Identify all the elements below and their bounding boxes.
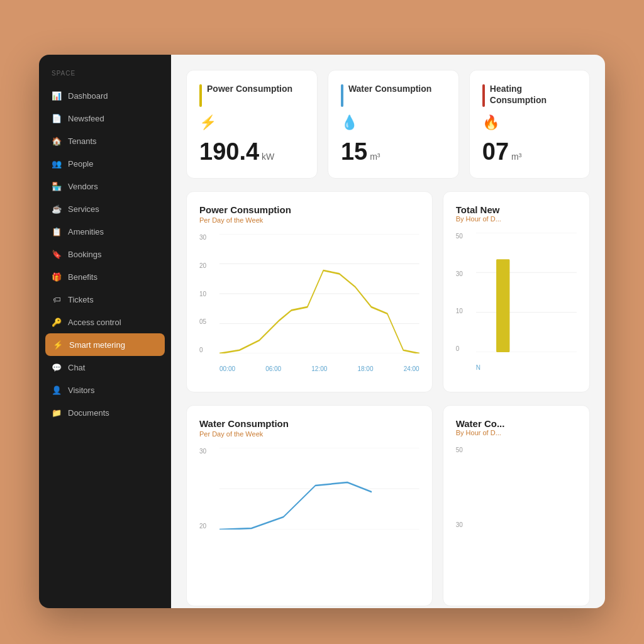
sidebar-item-label: Vendors bbox=[68, 182, 98, 191]
water-day-chart: Water Consumption Per Day of the Week 30… bbox=[186, 405, 433, 606]
sidebar-item-label: Bookings bbox=[68, 250, 101, 259]
power-chart-svg bbox=[219, 234, 419, 353]
total-new-x-labels: N bbox=[476, 364, 577, 371]
smart-metering-icon: ⚡ bbox=[53, 340, 63, 350]
sidebar-item-label: Services bbox=[68, 204, 99, 214]
visitors-icon: 👤 bbox=[52, 385, 62, 395]
water-icon: 💧 bbox=[341, 114, 446, 131]
bookings-icon: 🔖 bbox=[52, 249, 62, 259]
app-container: SPACE 📊 Dashboard 📄 Newsfeed 🏠 Tenants 👥… bbox=[39, 55, 605, 608]
heating-card-title: Heating Consumption bbox=[490, 83, 577, 106]
charts-row-1: Power Consumption Per Day of the Week 30… bbox=[186, 191, 590, 392]
power-consumption-card: Power Consumption ⚡ 190.4 kW bbox=[186, 70, 318, 179]
power-chart-subtitle: Per Day of the Week bbox=[199, 216, 419, 224]
sidebar-item-dashboard[interactable]: 📊 Dashboard bbox=[39, 84, 171, 107]
sidebar-item-label: Newsfeed bbox=[68, 114, 104, 123]
power-consumption-chart: Power Consumption Per Day of the Week 30… bbox=[186, 191, 433, 392]
sidebar-item-tenants[interactable]: 🏠 Tenants bbox=[39, 130, 171, 152]
power-accent-bar bbox=[199, 84, 202, 107]
total-new-svg bbox=[476, 233, 577, 352]
sidebar-item-label: Amenities bbox=[68, 227, 104, 236]
vendors-icon: 🏪 bbox=[52, 181, 62, 191]
dashboard-icon: 📊 bbox=[52, 91, 62, 101]
sidebar-item-services[interactable]: ☕ Services bbox=[39, 197, 171, 220]
benefits-icon: 🎁 bbox=[52, 272, 62, 282]
sidebar-item-access-control[interactable]: 🔑 Access control bbox=[39, 311, 171, 333]
amenities-icon: 📋 bbox=[52, 226, 62, 236]
metric-cards-row: Power Consumption ⚡ 190.4 kW Water Consu… bbox=[186, 70, 590, 179]
power-card-header: Power Consumption bbox=[199, 83, 304, 107]
sidebar-item-label: Chat bbox=[68, 363, 85, 372]
newsfeed-icon: 📄 bbox=[52, 113, 62, 123]
sidebar-item-label: Visitors bbox=[68, 386, 94, 395]
power-chart-y-labels: 30 20 10 05 0 bbox=[199, 234, 214, 353]
water-hour-chart-area: 50 30 bbox=[456, 447, 577, 547]
sidebar-item-label: Smart metering bbox=[69, 340, 125, 350]
services-icon: ☕ bbox=[52, 204, 62, 214]
documents-icon: 📁 bbox=[52, 408, 62, 418]
power-icon: ⚡ bbox=[199, 114, 304, 131]
sidebar-item-visitors[interactable]: 👤 Visitors bbox=[39, 379, 171, 401]
sidebar-section-label: SPACE bbox=[39, 70, 171, 84]
water-consumption-card: Water Consumption 💧 15 m³ bbox=[328, 70, 459, 179]
water-hour-y-labels: 50 30 bbox=[456, 447, 471, 528]
charts-row-2: Water Consumption Per Day of the Week 30… bbox=[186, 405, 590, 606]
heating-unit: m³ bbox=[511, 152, 521, 162]
main-content: Power Consumption ⚡ 190.4 kW Water Consu… bbox=[171, 55, 605, 608]
water-hour-chart: Water Co... By Hour of D... 50 30 bbox=[443, 405, 590, 606]
water-unit: m³ bbox=[370, 152, 380, 162]
tenants-icon: 🏠 bbox=[52, 136, 62, 146]
access-control-icon: 🔑 bbox=[52, 317, 62, 327]
water-day-chart-area: 30 20 bbox=[199, 448, 419, 548]
total-new-chart-title: Total New bbox=[456, 204, 577, 215]
power-unit: kW bbox=[262, 152, 274, 162]
water-hour-chart-title: Water Co... bbox=[456, 418, 577, 429]
water-card-header: Water Consumption bbox=[341, 83, 446, 107]
water-day-chart-inner bbox=[219, 448, 419, 530]
heating-card-header: Heating Consumption bbox=[482, 83, 577, 107]
power-chart-title: Power Consumption bbox=[199, 204, 419, 215]
heating-icon: 🔥 bbox=[482, 114, 577, 131]
total-new-y-labels: 50 30 10 0 bbox=[456, 233, 471, 352]
power-chart-x-labels: 00:00 06:00 12:00 18:00 24:00 bbox=[219, 365, 419, 372]
sidebar-item-label: Benefits bbox=[68, 272, 97, 282]
sidebar-item-label: Tenants bbox=[68, 136, 97, 146]
people-icon: 👥 bbox=[52, 158, 62, 169]
water-day-svg bbox=[219, 448, 419, 530]
heating-consumption-card: Heating Consumption 🔥 07 m³ bbox=[469, 70, 590, 179]
sidebar-item-chat[interactable]: 💬 Chat bbox=[39, 356, 171, 379]
power-card-title: Power Consumption bbox=[207, 83, 292, 94]
sidebar-item-smart-metering[interactable]: ⚡ Smart metering bbox=[45, 333, 165, 356]
sidebar: SPACE 📊 Dashboard 📄 Newsfeed 🏠 Tenants 👥… bbox=[39, 55, 171, 608]
water-card-title: Water Consumption bbox=[348, 83, 431, 94]
sidebar-item-newsfeed[interactable]: 📄 Newsfeed bbox=[39, 107, 171, 130]
sidebar-item-people[interactable]: 👥 People bbox=[39, 152, 171, 175]
svg-rect-9 bbox=[496, 259, 509, 352]
total-new-chart: Total New By Hour of D... 50 30 10 0 bbox=[443, 191, 590, 392]
water-hour-chart-subtitle: By Hour of D... bbox=[456, 429, 577, 436]
water-day-chart-title: Water Consumption bbox=[199, 418, 419, 429]
sidebar-item-tickets[interactable]: 🏷 Tickets bbox=[39, 288, 171, 311]
power-chart-area: 30 20 10 05 0 bbox=[199, 234, 419, 372]
sidebar-item-documents[interactable]: 📁 Documents bbox=[39, 401, 171, 424]
chat-icon: 💬 bbox=[52, 362, 62, 372]
sidebar-item-label: Dashboard bbox=[68, 91, 108, 101]
sidebar-item-vendors[interactable]: 🏪 Vendors bbox=[39, 175, 171, 197]
sidebar-item-label: Documents bbox=[68, 408, 109, 418]
sidebar-item-bookings[interactable]: 🔖 Bookings bbox=[39, 243, 171, 265]
water-day-chart-subtitle: Per Day of the Week bbox=[199, 430, 419, 438]
total-new-chart-area: 50 30 10 0 bbox=[456, 233, 577, 371]
sidebar-item-label: Access control bbox=[68, 318, 121, 327]
water-value: 15 m³ bbox=[341, 138, 446, 165]
total-new-chart-subtitle: By Hour of D... bbox=[456, 215, 577, 223]
heating-accent-bar bbox=[482, 84, 485, 107]
water-day-y-labels: 30 20 bbox=[199, 448, 214, 530]
total-new-chart-inner bbox=[476, 233, 577, 352]
sidebar-item-amenities[interactable]: 📋 Amenities bbox=[39, 220, 171, 243]
power-chart-inner bbox=[219, 234, 419, 353]
sidebar-item-label: Tickets bbox=[68, 295, 94, 304]
water-accent-bar bbox=[341, 84, 343, 107]
sidebar-item-label: People bbox=[68, 159, 93, 169]
sidebar-item-benefits[interactable]: 🎁 Benefits bbox=[39, 265, 171, 288]
tickets-icon: 🏷 bbox=[52, 294, 62, 304]
